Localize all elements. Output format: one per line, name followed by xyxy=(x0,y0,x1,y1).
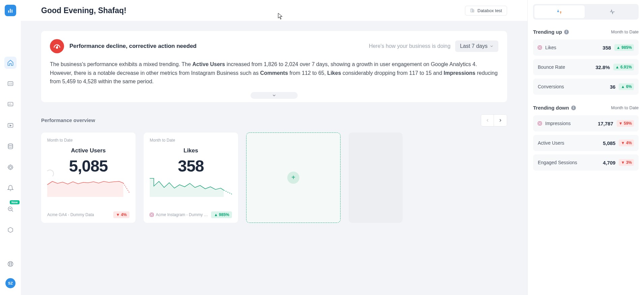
nav-dashboards[interactable] xyxy=(4,98,17,111)
trending-up-list: Likes358▲ 985%Bounce Rate32.8%▲ 6.91%Con… xyxy=(533,39,639,95)
range-label: Last 7 days xyxy=(460,43,488,49)
chevron-left-icon xyxy=(485,118,490,123)
greeting-text: Good Evening, Shafaq! xyxy=(41,6,126,15)
metric-name: Likes xyxy=(150,147,232,154)
left-nav-rail: 123 New SZ xyxy=(0,0,21,295)
trend-row[interactable]: Bounce Rate32.8%▲ 6.91% xyxy=(533,59,639,75)
trending-down-title: Trending down xyxy=(533,105,569,111)
gauge-icon xyxy=(50,39,64,53)
sparkline-chart xyxy=(150,177,232,197)
trend-metric-value: 17,787 xyxy=(598,121,613,126)
database-icon xyxy=(7,143,14,150)
metric-delta: ▼ 4% xyxy=(113,211,129,218)
trend-metric-value: 358 xyxy=(603,45,611,51)
user-avatar[interactable]: SZ xyxy=(5,278,16,288)
metric-period: Month to Date xyxy=(47,138,129,143)
metric-name: Active Users xyxy=(47,147,129,154)
trend-row[interactable]: Conversions36▲ 6% xyxy=(533,79,639,95)
metrics-icon: 123 xyxy=(7,80,14,87)
carousel-nav xyxy=(481,114,507,126)
svg-rect-2 xyxy=(11,10,12,13)
carousel-next[interactable] xyxy=(494,115,507,126)
plus-icon: + xyxy=(287,172,299,184)
info-icon[interactable]: i xyxy=(571,106,576,110)
dashboard-icon xyxy=(7,101,14,108)
trend-metric-name: Impressions xyxy=(545,121,570,126)
trends-icon xyxy=(556,9,562,15)
bar-chart-icon xyxy=(7,7,14,14)
carousel-prev xyxy=(481,115,494,126)
overview-title: Performance overview xyxy=(41,117,95,123)
svg-text:123: 123 xyxy=(8,83,12,85)
trend-metric-value: 36 xyxy=(610,84,616,90)
bell-icon xyxy=(7,185,14,191)
databox-logo[interactable] xyxy=(5,5,16,16)
sidebar-range: Month to Date xyxy=(611,105,639,110)
info-icon[interactable]: i xyxy=(564,30,569,34)
svg-point-8 xyxy=(8,165,12,169)
trend-metric-value: 5,085 xyxy=(603,140,616,146)
trend-metric-name: Conversions xyxy=(538,84,564,89)
trend-metric-delta: ▲ 985% xyxy=(614,44,634,51)
add-metric-card[interactable]: + xyxy=(246,132,341,223)
nav-data[interactable] xyxy=(4,140,17,152)
trend-row[interactable]: Active Users5,085▼ 4% xyxy=(533,135,639,151)
sidebar-tabs xyxy=(533,4,639,20)
metric-card-active-users[interactable]: Month to Date Active Users 5,085 Acme GA… xyxy=(41,132,136,223)
workspace-selector[interactable]: Databox test xyxy=(465,6,507,16)
instagram-icon xyxy=(538,121,542,125)
trend-metric-delta: ▼ 59% xyxy=(617,120,634,127)
metric-cards-row: Month to Date Active Users 5,085 Acme GA… xyxy=(41,132,507,223)
home-icon xyxy=(7,59,14,66)
insight-subtitle: Here's how your business is doing xyxy=(369,43,450,49)
chevron-down-icon xyxy=(272,93,276,98)
date-range-selector[interactable]: Last 7 days xyxy=(455,40,498,52)
nav-alerts[interactable] xyxy=(4,182,17,194)
trend-metric-delta: ▲ 6% xyxy=(619,83,634,90)
metric-source: Acme Instagram - Dummy … xyxy=(156,212,209,217)
expand-insight-button[interactable] xyxy=(251,92,298,99)
trend-row[interactable]: Likes358▲ 985% xyxy=(533,39,639,56)
nav-apps[interactable] xyxy=(4,224,17,236)
instagram-icon xyxy=(538,46,542,50)
nav-metrics[interactable]: 123 xyxy=(4,78,17,90)
svg-rect-1 xyxy=(10,9,11,13)
svg-point-12 xyxy=(9,263,12,265)
instagram-icon xyxy=(150,213,154,217)
nav-reports[interactable] xyxy=(4,119,17,131)
metric-source: Acme GA4 - Dummy Data xyxy=(47,212,111,217)
insight-title: Performance decline, corrective action n… xyxy=(69,43,197,50)
trend-metric-value: 32.8% xyxy=(595,64,610,70)
trend-metric-delta: ▼ 3% xyxy=(619,159,634,166)
trend-metric-delta: ▲ 6.91% xyxy=(613,64,634,70)
svg-rect-14 xyxy=(473,10,474,12)
right-sidebar: Trending up i Month to Date Likes358▲ 98… xyxy=(527,0,644,295)
trend-metric-value: 4,709 xyxy=(603,160,616,166)
tab-trends[interactable] xyxy=(534,5,585,18)
trend-row[interactable]: Engaged Sessions4,709▼ 3% xyxy=(533,154,639,171)
trend-metric-delta: ▼ 4% xyxy=(619,140,634,146)
new-badge: New xyxy=(10,200,20,204)
metric-value: 5,085 xyxy=(47,157,129,175)
trend-row[interactable]: Impressions17,787▼ 59% xyxy=(533,115,639,131)
metric-card-likes[interactable]: Month to Date Likes 358 Acme Instagram -… xyxy=(144,132,238,223)
tab-activity[interactable] xyxy=(587,5,638,18)
loading-spinner-icon xyxy=(46,170,54,178)
nav-home[interactable] xyxy=(4,57,17,69)
trending-up-title: Trending up xyxy=(533,29,562,35)
nav-insights[interactable]: New xyxy=(4,203,17,215)
metric-period: Month to Date xyxy=(150,138,232,143)
insight-card: Performance decline, corrective action n… xyxy=(41,31,507,102)
nav-help[interactable] xyxy=(4,258,17,270)
trend-metric-name: Likes xyxy=(545,45,556,50)
hexagon-icon xyxy=(7,227,14,233)
nav-goals[interactable] xyxy=(4,161,17,173)
svg-rect-13 xyxy=(471,9,473,12)
top-bar: Good Evening, Shafaq! Databox test xyxy=(21,0,527,21)
sparkline-chart xyxy=(47,177,129,197)
svg-point-15 xyxy=(56,47,58,48)
trending-down-list: Impressions17,787▼ 59%Active Users5,085▼… xyxy=(533,115,639,171)
metric-value: 358 xyxy=(150,157,232,175)
trend-metric-name: Engaged Sessions xyxy=(538,160,577,165)
svg-rect-0 xyxy=(8,10,9,13)
